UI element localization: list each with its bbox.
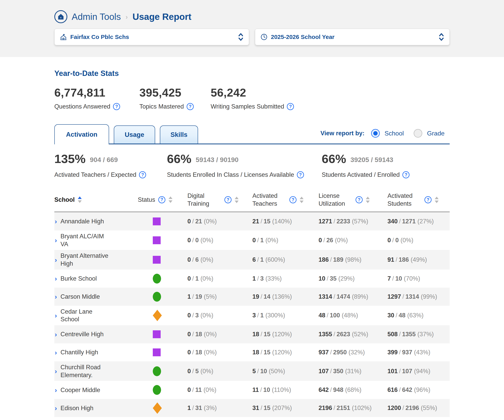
help-icon[interactable]: ? xyxy=(139,171,146,178)
table-row[interactable]: › Burke School 0/1(0%) 1/3(33%) 10/35(29… xyxy=(54,270,450,288)
district-dropdown-value: Fairfax Co Pblc Schs xyxy=(70,34,238,40)
row-expand-chevron-icon[interactable]: › xyxy=(55,312,57,319)
school-name[interactable]: Carson Middle xyxy=(60,293,100,301)
row-expand-chevron-icon[interactable]: › xyxy=(55,349,57,356)
activated-teachers-summary: 135% 904 / 669 Activated Teachers / Expe… xyxy=(54,152,167,178)
radio-school-label[interactable]: School xyxy=(384,130,404,137)
license-utilization-value: 937/2950(32%) xyxy=(318,349,387,356)
help-icon[interactable]: ? xyxy=(113,103,120,110)
license-utilization-value: 0/26(0%) xyxy=(318,237,387,244)
status-diamond-orange-icon xyxy=(153,402,162,414)
help-icon[interactable]: ? xyxy=(224,196,232,203)
status-circle-green-icon xyxy=(153,385,161,395)
help-icon[interactable]: ? xyxy=(297,171,304,178)
tab-skills[interactable]: Skills xyxy=(160,125,198,144)
stat-label: Topics Mastered xyxy=(139,103,184,110)
activated-teachers-value: 18/15(120%) xyxy=(252,331,318,338)
school-name[interactable]: Cedar Lane School xyxy=(60,308,113,323)
help-icon[interactable]: ? xyxy=(158,196,165,203)
breadcrumb-section[interactable]: Admin Tools xyxy=(72,12,121,22)
help-icon[interactable]: ? xyxy=(289,196,296,203)
digital-training-value: 0/11(0%) xyxy=(187,386,252,393)
school-name[interactable]: Churchill Road Elementary. xyxy=(60,363,113,379)
digital-training-value: 0/5(0%) xyxy=(187,368,252,375)
table-row[interactable]: › Churchill Road Elementary. 0/5(0%) 5/1… xyxy=(54,362,450,381)
summary-label: Activated Teachers / Expected xyxy=(54,171,136,178)
school-name[interactable]: Bryant Alternative High xyxy=(60,252,113,268)
table-row[interactable]: › Centreville High 0/18(0%) 18/15(120%) … xyxy=(54,325,450,343)
activated-teachers-value: 3/1(300%) xyxy=(252,312,318,319)
filter-row: Fairfax Co Pblc Schs 2025-2026 School Ye… xyxy=(54,29,450,45)
row-expand-chevron-icon[interactable]: › xyxy=(55,386,57,394)
dropdown-caret-icon[interactable] xyxy=(238,32,244,42)
school-year-dropdown[interactable]: 2025-2026 School Year xyxy=(255,29,450,45)
activated-teachers-value: 0/1(0%) xyxy=(252,237,318,244)
sort-icon[interactable] xyxy=(168,196,173,203)
table-row[interactable]: › Bryant ALC/AIM VA 0/0(0%) 0/1(0%) 0/26… xyxy=(54,230,450,250)
tab-activation[interactable]: Activation xyxy=(54,124,109,144)
ytd-stats: 6,774,811 Questions Answered ? 395,425 T… xyxy=(54,86,450,110)
column-digital-training[interactable]: Digital Training ? xyxy=(187,192,252,208)
home-icon[interactable] xyxy=(54,10,67,23)
school-year-dropdown-value: 2025-2026 School Year xyxy=(271,34,438,40)
help-icon[interactable]: ? xyxy=(402,171,409,178)
activated-teachers-value: 11/10(110%) xyxy=(252,386,318,393)
help-icon[interactable]: ? xyxy=(425,196,432,203)
table-row[interactable]: › Carson Middle 1/19(5%) 19/14(136%) 131… xyxy=(54,288,450,306)
row-expand-chevron-icon[interactable]: › xyxy=(55,275,57,282)
table-row[interactable]: › Chantilly High 0/18(0%) 18/15(120%) 93… xyxy=(54,343,450,362)
column-school[interactable]: School xyxy=(54,196,138,204)
activated-students-value: 508/1355(37%) xyxy=(387,331,450,338)
column-license-utilization[interactable]: License Utilization ? xyxy=(318,192,387,208)
row-expand-chevron-icon[interactable]: › xyxy=(55,293,57,300)
school-name[interactable]: Burke School xyxy=(60,275,97,283)
summary-label: Students Enrolled In Class / Licenses Av… xyxy=(167,171,294,178)
dropdown-caret-icon[interactable] xyxy=(438,32,444,42)
school-building-icon xyxy=(60,33,67,41)
radio-school[interactable] xyxy=(371,129,380,138)
status-diamond-orange-icon xyxy=(153,310,162,321)
school-name[interactable]: Chantilly High xyxy=(60,348,98,356)
tab-usage[interactable]: Usage xyxy=(114,125,155,144)
school-name[interactable]: Edison High xyxy=(60,404,93,412)
row-expand-chevron-icon[interactable]: › xyxy=(55,236,57,244)
activated-students-value: 0/0(0%) xyxy=(387,237,450,244)
column-activated-students[interactable]: Activated Students ? xyxy=(387,192,450,208)
table-row[interactable]: › Bryant Alternative High 0/6(0%) 6/1(60… xyxy=(54,250,450,269)
school-name[interactable]: Centreville High xyxy=(60,330,103,338)
row-expand-chevron-icon[interactable]: › xyxy=(55,217,57,225)
activated-students-value: 1297/1314(99%) xyxy=(387,293,450,300)
sort-icon[interactable] xyxy=(235,197,239,203)
school-name[interactable]: Bryant ALC/AIM VA xyxy=(60,233,113,248)
table-row[interactable]: › Cooper Middle 0/11(0%) 11/10(110%) 642… xyxy=(54,381,450,399)
help-icon[interactable]: ? xyxy=(187,103,194,110)
row-expand-chevron-icon[interactable]: › xyxy=(55,404,57,412)
table-row[interactable]: › Edison High 1/31(3%) 31/15(207%) 2196/… xyxy=(54,399,450,417)
row-expand-chevron-icon[interactable]: › xyxy=(55,367,57,375)
ytd-title: Year-to-Date Stats xyxy=(54,69,450,78)
digital-training-value: 0/18(0%) xyxy=(187,349,252,356)
help-icon[interactable]: ? xyxy=(355,196,363,203)
sort-icon[interactable] xyxy=(435,197,439,203)
digital-training-value: 0/6(0%) xyxy=(187,256,252,263)
district-dropdown[interactable]: Fairfax Co Pblc Schs xyxy=(54,29,249,45)
row-expand-chevron-icon[interactable]: › xyxy=(55,256,57,264)
row-expand-chevron-icon[interactable]: › xyxy=(55,331,57,338)
column-status[interactable]: Status ? xyxy=(138,196,187,204)
sort-icon[interactable] xyxy=(366,197,370,203)
status-square-purple-icon xyxy=(153,330,161,338)
radio-grade[interactable] xyxy=(414,129,422,138)
table-row[interactable]: › Cedar Lane School 0/3(0%) 3/1(300%) 48… xyxy=(54,306,450,325)
page-title: Usage Report xyxy=(132,12,191,22)
report-tabs: Activation Usage Skills View report by: … xyxy=(54,124,450,144)
sort-icon[interactable] xyxy=(78,196,82,203)
stat-value: 6,774,811 xyxy=(54,86,139,99)
help-icon[interactable]: ? xyxy=(287,103,294,110)
table-row[interactable]: › Annandale High 0/21(0%) 21/15(140%) 12… xyxy=(54,212,450,230)
column-label: Status xyxy=(138,196,155,204)
school-name[interactable]: Annandale High xyxy=(60,217,104,225)
column-activated-teachers[interactable]: Activated Teachers ? xyxy=(252,192,318,208)
radio-grade-label[interactable]: Grade xyxy=(427,130,444,137)
school-name[interactable]: Cooper Middle xyxy=(60,386,100,394)
sort-icon[interactable] xyxy=(300,197,304,203)
